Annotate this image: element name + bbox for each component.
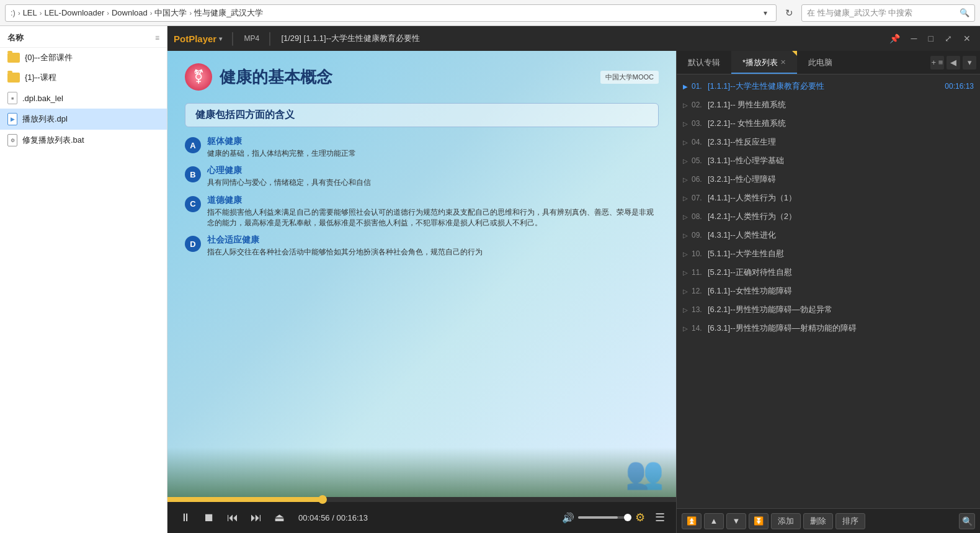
refresh-button[interactable]: ↻ <box>780 4 798 22</box>
tab-my-playlist[interactable]: *播放列表 ✕ <box>731 51 797 74</box>
pause-button[interactable]: ⏸ <box>176 509 195 527</box>
potplayer-dropdown-arrow[interactable]: ▾ <box>219 35 222 42</box>
playlist-item-14[interactable]: ▷ 14. [6.3.1]--男性性功能障碍—射精功能的障碍 <box>677 319 980 338</box>
health-content-c: 道德健康 指不能损害他人利益来满足自己的需要能够照社会认可的道德行为规范约束及支… <box>207 195 659 229</box>
stop-button[interactable]: ⏹ <box>200 509 218 527</box>
file-panel: 名称 ≡ {0}--全部课件 {1}--课程 ■ .dpl.bak_lel ▶ … <box>0 26 167 533</box>
playlist-item-9[interactable]: ▷ 09. [4.3.1]--人类性进化 <box>677 226 980 244</box>
tab-close-button[interactable]: ✕ <box>780 58 786 66</box>
pl-item-icon-8: ▷ <box>683 213 688 220</box>
playlist-marker <box>792 51 797 56</box>
folder-icon-lesson <box>7 73 20 83</box>
pl-item-icon-3: ▷ <box>683 120 688 127</box>
bg-city <box>167 447 676 497</box>
file-item-folder-lesson[interactable]: {1}--课程 <box>0 68 167 87</box>
prev-button[interactable]: ⏮ <box>223 509 242 527</box>
progress-fill <box>167 497 323 502</box>
gender-icon: ⚧ <box>185 63 212 91</box>
pl-item-icon-4: ▷ <box>683 139 688 146</box>
pin-button[interactable]: 📌 <box>886 32 903 45</box>
address-part-china: 中国大学 <box>154 7 187 19</box>
pl-item-icon-11: ▷ <box>683 269 688 276</box>
move-top-button[interactable]: ⏫ <box>682 513 702 529</box>
potplayer-name: PotPlayer <box>174 34 216 44</box>
tab-nav-prev[interactable]: ◀ <box>947 56 960 69</box>
playlist-item-1[interactable]: ▶ 01. [1.1.1]--大学生性健康教育必要性 00:16:13 <box>677 77 980 96</box>
pl-item-num-3: 03. <box>692 119 704 128</box>
progress-bar[interactable] <box>167 497 676 502</box>
pl-item-icon-1: ▶ <box>683 83 688 90</box>
pl-item-icon-9: ▷ <box>683 232 688 239</box>
search-box[interactable]: 在 性与健康_武汉大学 中搜索 🔍 <box>801 4 975 22</box>
pl-item-title-4: [2.3.1]--性反应生理 <box>708 137 974 148</box>
settings-button[interactable]: ⚙ <box>633 508 648 527</box>
eject-button[interactable]: ⏏ <box>270 508 288 527</box>
progress-thumb <box>318 495 327 504</box>
pl-item-icon-14: ▷ <box>683 325 688 332</box>
playlist-item-10[interactable]: ▷ 10. [5.1.1]--大学生性自慰 <box>677 244 980 263</box>
playlist-footer: ⏫ ▲ ▼ ⏬ 添加 删除 排序 🔍 <box>677 508 980 533</box>
minimize-button[interactable]: ─ <box>908 32 920 45</box>
delete-button[interactable]: 删除 <box>803 513 833 529</box>
playlist-item-7[interactable]: ▷ 07. [4.1.1]--人类性行为（1） <box>677 189 980 207</box>
next-button[interactable]: ⏭ <box>247 509 265 527</box>
sep-4: › <box>150 9 153 17</box>
video-display[interactable]: ⚧ 健康的基本概念 中国大学MOOC 健康包括四方面的含义 A 躯体健康 <box>167 51 676 497</box>
volume-icon[interactable]: 🔊 <box>562 512 574 524</box>
address-part-lel: LEL <box>23 8 37 17</box>
pl-item-title-3: [2.2.1]-- 女性生殖系统 <box>708 118 974 129</box>
restore-button[interactable]: □ <box>925 32 937 45</box>
close-button[interactable]: ✕ <box>960 32 974 45</box>
playlist-item-6[interactable]: ▷ 06. [3.2.1]--性心理障碍 <box>677 170 980 189</box>
move-down-button[interactable]: ▼ <box>726 513 746 529</box>
tab-this-pc-label: 此电脑 <box>808 57 832 68</box>
title-divider: │ <box>229 32 236 45</box>
format-badge: MP4 <box>244 34 259 43</box>
search-icon[interactable]: 🔍 <box>960 8 969 17</box>
pl-item-num-7: 07. <box>692 194 704 202</box>
address-part-1: :) <box>11 8 16 17</box>
file-item-bak[interactable]: ■ .dpl.bak_lel <box>0 87 167 109</box>
address-chevron-button[interactable]: ▾ <box>760 7 771 19</box>
address-part-downloader: LEL-Downloader <box>44 8 104 17</box>
playlist-search-button[interactable]: 🔍 <box>959 513 975 529</box>
file-item-dpl[interactable]: ▶ 播放列表.dpl <box>0 109 167 130</box>
tab-default-album[interactable]: 默认专辑 <box>677 51 731 74</box>
tab-add-button[interactable]: + ≡ <box>930 56 944 69</box>
playlist-item-3[interactable]: ▷ 03. [2.2.1]-- 女性生殖系统 <box>677 114 980 133</box>
slide-subtitle-box: 健康包括四方面的含义 <box>185 103 659 127</box>
add-button[interactable]: 添加 <box>771 513 801 529</box>
file-item-bat[interactable]: ⚙ 修复播放列表.bat <box>0 130 167 151</box>
tab-nav-next[interactable]: ▾ <box>963 56 976 69</box>
tab-this-pc[interactable]: 此电脑 <box>797 51 844 74</box>
sep-1: › <box>18 9 20 17</box>
health-content-b: 心理健康 具有同情心与爱心，情绪稳定，具有责任心和自信 <box>207 165 371 188</box>
health-title-b: 心理健康 <box>207 165 371 176</box>
sort-button[interactable]: 排序 <box>835 513 865 529</box>
fullscreen-button[interactable]: ⤢ <box>942 32 955 45</box>
pl-item-title-12: [6.1.1]--女性性功能障碍 <box>708 285 974 297</box>
player-content: ⚧ 健康的基本概念 中国大学MOOC 健康包括四方面的含义 A 躯体健康 <box>167 51 980 533</box>
potplayer-logo[interactable]: PotPlayer ▾ <box>174 34 222 44</box>
player-title: [1/29] [1.1.1]--大学生性健康教育必要性 <box>281 33 878 44</box>
playlist-item-13[interactable]: ▷ 13. [6.2.1]--男性性功能障碍—勃起异常 <box>677 300 980 319</box>
playlist-item-8[interactable]: ▷ 08. [4.2.1]--人类性行为（2） <box>677 207 980 226</box>
playlist-item-11[interactable]: ▷ 11. [5.2.1]--正确对待性自慰 <box>677 263 980 282</box>
time-current: 00:04:56 <box>298 513 330 522</box>
file-item-folder-all[interactable]: {0}--全部课件 <box>0 48 167 68</box>
health-desc-c: 指不能损害他人利益来满足自己的需要能够照社会认可的道德行为规范约束及支配自己的思… <box>207 207 659 229</box>
address-path[interactable]: :) › LEL › LEL-Downloader › Download › 中… <box>5 4 777 22</box>
file-item-label-bak: .dpl.bak_lel <box>22 94 63 103</box>
playlist-item-5[interactable]: ▷ 05. [3.1.1]--性心理学基础 <box>677 151 980 170</box>
move-up-button[interactable]: ▲ <box>704 513 724 529</box>
menu-button[interactable]: ☰ <box>653 508 667 527</box>
sort-icon[interactable]: ≡ <box>155 34 159 42</box>
volume-bar[interactable] <box>578 516 628 519</box>
move-bottom-button[interactable]: ⏬ <box>749 513 768 529</box>
doc-icon-bak: ■ <box>7 92 17 104</box>
pl-item-num-9: 09. <box>692 231 704 240</box>
playlist-item-4[interactable]: ▷ 04. [2.3.1]--性反应生理 <box>677 133 980 151</box>
playlist-item-12[interactable]: ▷ 12. [6.1.1]--女性性功能障碍 <box>677 282 980 300</box>
pl-item-num-2: 02. <box>692 101 704 109</box>
playlist-item-2[interactable]: ▷ 02. [2.1.1]-- 男性生殖系统 <box>677 96 980 114</box>
